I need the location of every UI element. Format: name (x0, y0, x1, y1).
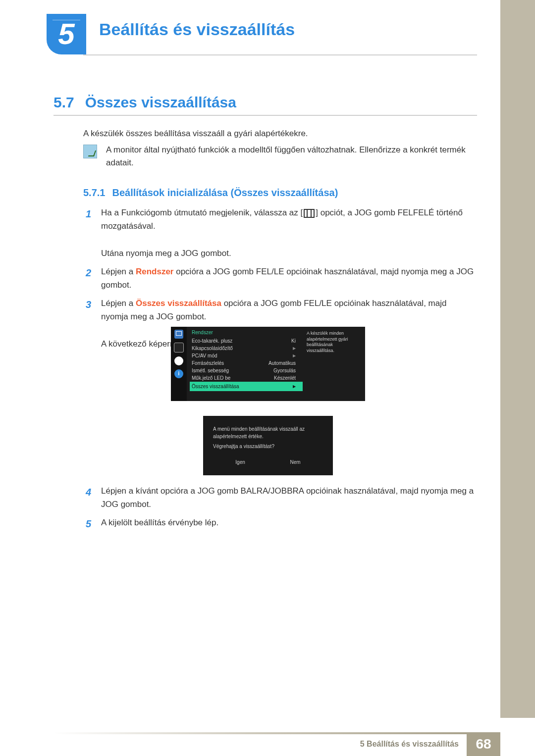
step-2: 2 Lépjen a Rendszer opcióra a JOG gomb F… (83, 265, 475, 292)
step-num: 2 (83, 265, 91, 292)
section-title: Összes visszaállítása (85, 94, 236, 110)
step-num: 4 (83, 484, 91, 511)
divider (83, 54, 477, 55)
step-num: 5 (83, 516, 91, 532)
gear-icon (174, 356, 183, 365)
osd-row: PC/AV mód▶ (192, 352, 303, 359)
step-num: 3 (83, 297, 91, 351)
dialog-yes: Igen (235, 459, 245, 465)
subsection-title: Beállítások inicializálása (Összes vissz… (112, 187, 338, 198)
osd-row: Kikapcsolásidőzítő▶ (192, 345, 303, 352)
dialog-message: A menü minden beállításának visszaáll az… (213, 426, 323, 451)
page-footer: 5 Beállítás és visszaállítás 68 (0, 732, 535, 756)
osd-row: Ismétl. sebességGyorsulás (192, 367, 303, 374)
step-text: A kijelölt beállítás érvénybe lép. (101, 516, 475, 532)
step-text: Ha a Funkciógomb útmutató megjelenik, vá… (101, 206, 475, 260)
osd-row: Műk.jelző LED beKészenlét (192, 374, 303, 382)
picture-icon (174, 330, 183, 339)
osd-menu: Rendszer Eco-takarék. pluszKi Kikapcsolá… (187, 327, 303, 401)
section-number: 5.7 (54, 94, 74, 110)
subsection-heading: 5.7.1Beállítások inicializálása (Összes … (83, 187, 338, 199)
osd-row: Eco-takarék. pluszKi (192, 337, 303, 345)
osd-system-menu: Rendszer Eco-takarék. pluszKi Kikapcsolá… (171, 327, 365, 401)
step-5: 5 A kijelölt beállítás érvénybe lép. (83, 516, 475, 532)
osd-confirm-dialog: A menü minden beállításának visszaáll az… (203, 416, 333, 475)
margin-bar (500, 0, 535, 718)
info-icon (174, 369, 183, 378)
osd-icon-column (171, 327, 187, 401)
note-text: A monitor által nyújtható funkciók a mod… (106, 144, 475, 169)
osd-row: ForrásészlelésAutomatikus (192, 359, 303, 367)
chapter-title: Beállítás és visszaállítás (99, 20, 295, 39)
step-4: 4 Lépjen a kívánt opcióra a JOG gomb BAL… (83, 484, 475, 511)
layout-icon (174, 343, 184, 353)
divider (54, 115, 477, 116)
osd-row-selected: Összes visszaállítása▶ (190, 382, 303, 391)
chapter-badge: 5 (47, 14, 86, 54)
step-num: 1 (83, 206, 91, 260)
dialog-no: Nem (290, 459, 301, 465)
step-text: Lépjen a kívánt opcióra a JOG gomb BALRA… (101, 484, 475, 511)
step-text: Lépjen a Rendszer opcióra a JOG gomb FEL… (101, 265, 475, 292)
footer-crumb: 5 Beállítás és visszaállítás (360, 732, 467, 756)
osd-description: A készülék minden alapértelmezett gyári … (303, 327, 365, 401)
step-list-continued: 4 Lépjen a kívánt opcióra a JOG gomb BAL… (83, 484, 475, 537)
section-heading: 5.7Összes visszaállítása (54, 94, 236, 111)
note: A monitor által nyújtható funkciók a mod… (83, 144, 475, 169)
osd-title: Rendszer (192, 330, 303, 335)
subsection-number: 5.7.1 (83, 187, 105, 198)
page-number: 68 (467, 732, 500, 756)
page: 5 Beállítás és visszaállítás 5.7Összes v… (0, 0, 535, 756)
menu-icon (304, 209, 315, 218)
note-icon (83, 145, 97, 158)
intro-text: A készülék összes beállítása visszaáll a… (83, 129, 475, 139)
step-1: 1 Ha a Funkciógomb útmutató megjelenik, … (83, 206, 475, 260)
